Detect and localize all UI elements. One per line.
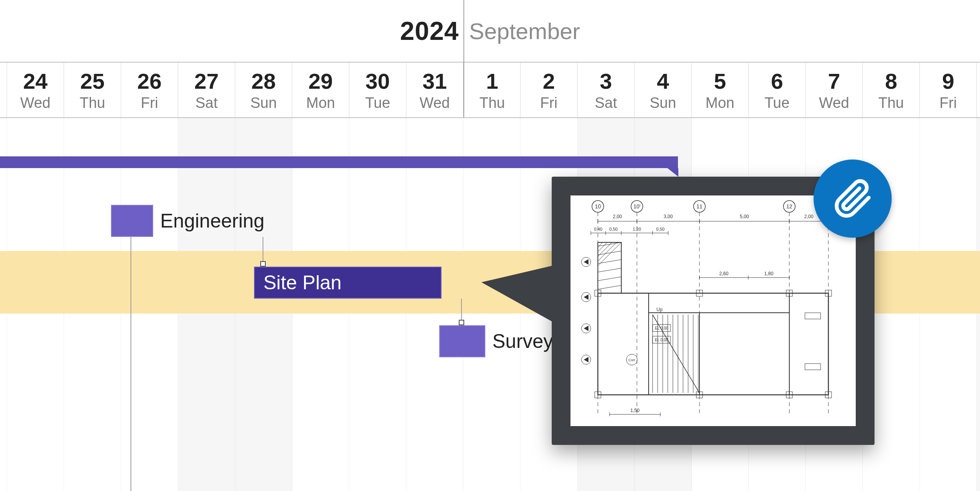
svg-text:10': 10': [633, 203, 640, 210]
summary-bar[interactable]: [0, 156, 678, 168]
day-cell[interactable]: 26Fri: [121, 63, 178, 117]
svg-text:2,00: 2,00: [804, 214, 814, 219]
day-of-week: Tue: [764, 95, 789, 111]
day-cell[interactable]: 9Fri: [920, 63, 977, 117]
svg-line-41: [598, 260, 621, 263]
dependency-line: [263, 237, 263, 263]
day-cell[interactable]: 7Wed: [806, 63, 863, 117]
day-number: 24: [23, 68, 47, 94]
day-cell[interactable]: 27Sat: [178, 63, 235, 117]
day-number: 5: [714, 68, 726, 94]
task-engineering[interactable]: Engineering: [111, 205, 265, 237]
day-cell[interactable]: 3Sat: [578, 63, 635, 117]
day-of-week: Wed: [819, 95, 849, 111]
attachment-preview[interactable]: 1010'1112132,003,005,002,000,400,501,200…: [570, 195, 856, 426]
day-number: 28: [251, 68, 275, 94]
day-number: 27: [194, 68, 218, 94]
day-header[interactable]: 23Tue24Wed25Thu26Fri27Sat28Sun29Mon30Tue…: [0, 63, 980, 117]
header-year: 2024: [400, 16, 459, 46]
day-number: 6: [771, 68, 783, 94]
svg-text:Up: Up: [656, 307, 663, 312]
timeline-header: 2024 September: [0, 0, 980, 63]
day-cell[interactable]: 4Sun: [635, 63, 692, 117]
day-of-week: Thu: [479, 95, 505, 111]
day-cell[interactable]: 29Mon: [292, 63, 349, 117]
day-cell[interactable]: 1Thu: [463, 63, 520, 117]
svg-marker-99: [770, 399, 777, 405]
day-cell[interactable]: 30Tue: [349, 63, 406, 117]
day-cell[interactable]: 23Tue: [0, 63, 7, 117]
svg-marker-90: [584, 326, 588, 331]
day-cell[interactable]: 28Sun: [235, 63, 292, 117]
svg-marker-100: [801, 399, 808, 405]
day-number: 31: [422, 68, 447, 94]
svg-rect-35: [598, 293, 828, 395]
dependency-arrowhead: [459, 320, 464, 325]
day-cell[interactable]: 6Tue: [749, 63, 806, 117]
gantt-view: { "header": { "year": "2024", "month": "…: [0, 0, 980, 491]
task-engineering-label: Engineering: [160, 210, 265, 232]
day-number: 26: [137, 68, 161, 94]
day-cell[interactable]: 8Thu: [863, 63, 920, 117]
svg-text:10: 10: [595, 203, 601, 210]
task-survey-bar[interactable]: [439, 325, 485, 357]
day-of-week: Sat: [195, 95, 218, 111]
day-number: 1: [486, 68, 498, 94]
svg-marker-86: [584, 259, 588, 265]
attachment-popover[interactable]: 1010'1112132,003,005,002,000,400,501,200…: [552, 177, 874, 445]
day-cell[interactable]: 31Wed: [406, 63, 463, 117]
day-of-week: Thu: [878, 95, 904, 111]
task-survey-label: Survey: [492, 330, 553, 353]
svg-line-40: [598, 242, 603, 247]
svg-text:0,50: 0,50: [656, 227, 664, 231]
day-number: 29: [308, 68, 333, 94]
day-number: 7: [828, 68, 840, 94]
day-number: 2: [543, 68, 555, 94]
task-site-plan-label: Site Plan: [263, 271, 342, 294]
svg-text:0,50: 0,50: [609, 227, 617, 231]
task-site-plan-bar[interactable]: Site Plan: [254, 267, 442, 299]
task-survey[interactable]: Survey: [439, 325, 553, 357]
day-of-week: Sun: [650, 95, 676, 111]
day-number: 30: [365, 68, 390, 94]
popover-pointer: [481, 266, 552, 321]
day-number: 25: [80, 68, 104, 94]
svg-text:12: 12: [786, 203, 792, 210]
svg-rect-103: [805, 364, 821, 370]
svg-line-45: [598, 277, 621, 281]
svg-text:EL 0.00: EL 0.00: [655, 338, 669, 342]
day-cell[interactable]: 5Mon: [692, 63, 749, 117]
attachment-badge[interactable]: [814, 159, 892, 238]
day-cell[interactable]: 10Sat: [977, 63, 980, 117]
day-of-week: Wed: [420, 95, 450, 111]
svg-text:2,00: 2,00: [613, 214, 622, 219]
svg-line-42: [598, 242, 607, 252]
day-cell[interactable]: 24Wed: [7, 63, 64, 117]
day-cell[interactable]: 2Fri: [520, 63, 578, 117]
svg-rect-102: [805, 313, 821, 319]
svg-marker-98: [735, 399, 742, 405]
day-cell[interactable]: 25Thu: [64, 63, 121, 117]
svg-text:EL 0.00: EL 0.00: [655, 326, 669, 330]
svg-text:3,00: 3,00: [663, 214, 673, 219]
task-engineering-bar[interactable]: [111, 205, 153, 237]
day-of-week: Wed: [20, 95, 50, 111]
day-of-week: Fri: [540, 95, 557, 111]
month-divider: [463, 0, 464, 117]
site-plan-drawing: 1010'1112132,003,005,002,000,400,501,200…: [570, 195, 856, 426]
dependency-line: [131, 237, 131, 491]
svg-text:1,80: 1,80: [764, 271, 774, 276]
gantt-body[interactable]: Engineering Site Plan Survey 1010'111213…: [0, 118, 980, 491]
day-of-week: Mon: [306, 95, 335, 111]
svg-rect-36: [598, 242, 621, 293]
svg-text:Corr: Corr: [628, 358, 635, 362]
task-site-plan[interactable]: Site Plan: [254, 267, 442, 299]
svg-text:0,40: 0,40: [594, 227, 602, 231]
svg-text:5,00: 5,00: [740, 214, 749, 219]
day-number: 8: [885, 68, 897, 94]
svg-text:1,50: 1,50: [630, 408, 640, 413]
paperclip-icon: [831, 177, 874, 220]
day-of-week: Sat: [595, 95, 617, 111]
svg-marker-88: [584, 294, 588, 300]
dependency-arrowhead: [260, 261, 266, 267]
